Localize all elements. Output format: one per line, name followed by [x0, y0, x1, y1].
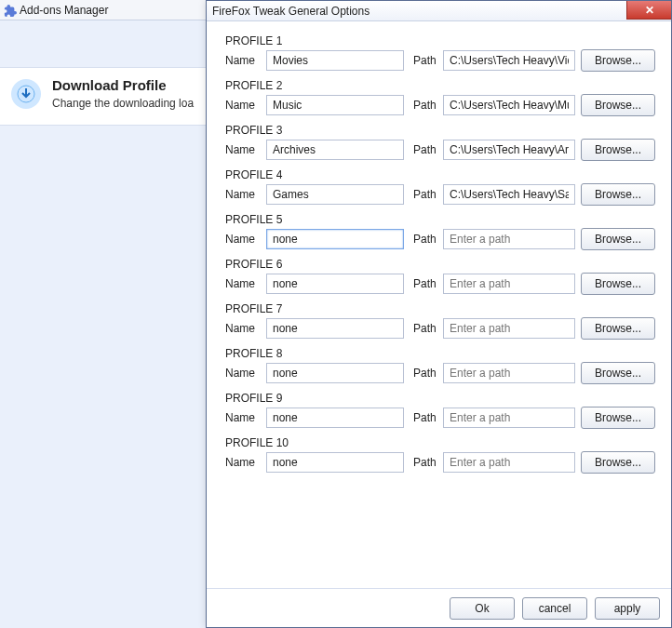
profile-name-input[interactable] [266, 184, 404, 205]
profile-heading: PROFILE 3 [225, 124, 658, 137]
profile-name-input[interactable] [266, 318, 404, 339]
dialog-titlebar[interactable]: FireFox Tweak General Options ✕ [207, 1, 671, 21]
path-label: Path [413, 322, 443, 335]
path-label: Path [413, 456, 443, 469]
profile-heading: PROFILE 9 [225, 392, 658, 405]
profile-name-input[interactable] [266, 229, 404, 249]
profile-row: NamePathBrowse... [225, 273, 658, 295]
dialog-footer: Ok cancel apply [207, 588, 671, 627]
apply-button[interactable]: apply [595, 597, 660, 620]
profile-row: NamePathBrowse... [225, 362, 658, 384]
profile-block: PROFILE 4NamePathBrowse... [225, 168, 658, 206]
addon-subtitle: Change the downloading loa [52, 97, 194, 110]
browse-button[interactable]: Browse... [581, 228, 655, 250]
profile-name-input[interactable] [266, 452, 404, 473]
path-label: Path [413, 277, 443, 290]
browse-button[interactable]: Browse... [581, 451, 655, 474]
path-label: Path [413, 99, 443, 112]
browse-button[interactable]: Browse... [581, 273, 655, 295]
profile-block: PROFILE 5NamePathBrowse... [225, 213, 658, 250]
name-label: Name [225, 143, 266, 156]
name-label: Name [225, 188, 266, 201]
browse-button[interactable]: Browse... [581, 407, 655, 429]
profile-path-input[interactable] [443, 452, 575, 473]
profile-path-input[interactable] [443, 184, 575, 205]
cancel-button[interactable]: cancel [522, 597, 587, 620]
profile-block: PROFILE 7NamePathBrowse... [225, 302, 658, 340]
close-button[interactable]: ✕ [626, 1, 671, 20]
name-label: Name [225, 277, 266, 290]
profile-block: PROFILE 10NamePathBrowse... [225, 436, 658, 474]
browse-button[interactable]: Browse... [581, 94, 655, 116]
path-label: Path [413, 233, 443, 246]
profile-row: NamePathBrowse... [225, 183, 658, 206]
profile-row: NamePathBrowse... [225, 317, 658, 340]
profile-heading: PROFILE 8 [225, 347, 658, 360]
profile-heading: PROFILE 1 [225, 34, 658, 47]
name-label: Name [225, 54, 266, 67]
profile-block: PROFILE 8NamePathBrowse... [225, 347, 658, 384]
profile-block: PROFILE 9NamePathBrowse... [225, 392, 658, 429]
name-label: Name [225, 233, 266, 246]
browse-button[interactable]: Browse... [581, 362, 655, 384]
profile-name-input[interactable] [266, 274, 404, 294]
profile-name-input[interactable] [266, 363, 404, 383]
name-label: Name [225, 322, 266, 335]
profile-row: NamePathBrowse... [225, 407, 658, 429]
profile-row: NamePathBrowse... [225, 451, 658, 474]
profile-path-input[interactable] [443, 95, 575, 115]
profile-block: PROFILE 1NamePathBrowse... [225, 34, 658, 72]
profile-row: NamePathBrowse... [225, 94, 658, 116]
dialog-body: PROFILE 1NamePathBrowse...PROFILE 2NameP… [207, 21, 671, 588]
profile-block: PROFILE 3NamePathBrowse... [225, 124, 658, 161]
profile-block: PROFILE 6NamePathBrowse... [225, 258, 658, 295]
profile-heading: PROFILE 10 [225, 436, 658, 449]
profile-name-input[interactable] [266, 408, 404, 428]
name-label: Name [225, 411, 266, 424]
tab-addons-manager[interactable]: Add-ons Manager [20, 4, 108, 17]
dialog-title: FireFox Tweak General Options [212, 5, 370, 18]
profile-name-input[interactable] [266, 140, 404, 160]
options-dialog: FireFox Tweak General Options ✕ PROFILE … [206, 0, 672, 628]
name-label: Name [225, 99, 266, 112]
profile-heading: PROFILE 5 [225, 213, 658, 226]
profile-heading: PROFILE 2 [225, 79, 658, 92]
profile-row: NamePathBrowse... [225, 139, 658, 161]
download-icon [11, 79, 41, 109]
profile-heading: PROFILE 7 [225, 302, 658, 315]
browse-button[interactable]: Browse... [581, 139, 655, 161]
path-label: Path [413, 188, 443, 201]
browse-button[interactable]: Browse... [581, 317, 655, 340]
profile-path-input[interactable] [443, 363, 575, 383]
addon-title: Download Profile [52, 77, 194, 93]
profile-path-input[interactable] [443, 318, 575, 339]
profile-row: NamePathBrowse... [225, 228, 658, 250]
ok-button[interactable]: Ok [450, 597, 515, 620]
profile-path-input[interactable] [443, 50, 575, 71]
profile-path-input[interactable] [443, 229, 575, 249]
path-label: Path [413, 143, 443, 156]
profile-row: NamePathBrowse... [225, 49, 658, 72]
profile-block: PROFILE 2NamePathBrowse... [225, 79, 658, 116]
name-label: Name [225, 456, 266, 469]
puzzle-icon [4, 4, 17, 17]
profile-path-input[interactable] [443, 140, 575, 160]
name-label: Name [225, 367, 266, 380]
browse-button[interactable]: Browse... [581, 49, 655, 72]
profile-name-input[interactable] [266, 50, 404, 71]
profile-heading: PROFILE 6 [225, 258, 658, 271]
profile-path-input[interactable] [443, 408, 575, 428]
path-label: Path [413, 367, 443, 380]
profile-path-input[interactable] [443, 274, 575, 294]
browse-button[interactable]: Browse... [581, 183, 655, 206]
path-label: Path [413, 54, 443, 67]
profile-name-input[interactable] [266, 95, 404, 115]
close-icon: ✕ [645, 4, 654, 17]
profile-heading: PROFILE 4 [225, 168, 658, 181]
path-label: Path [413, 411, 443, 424]
